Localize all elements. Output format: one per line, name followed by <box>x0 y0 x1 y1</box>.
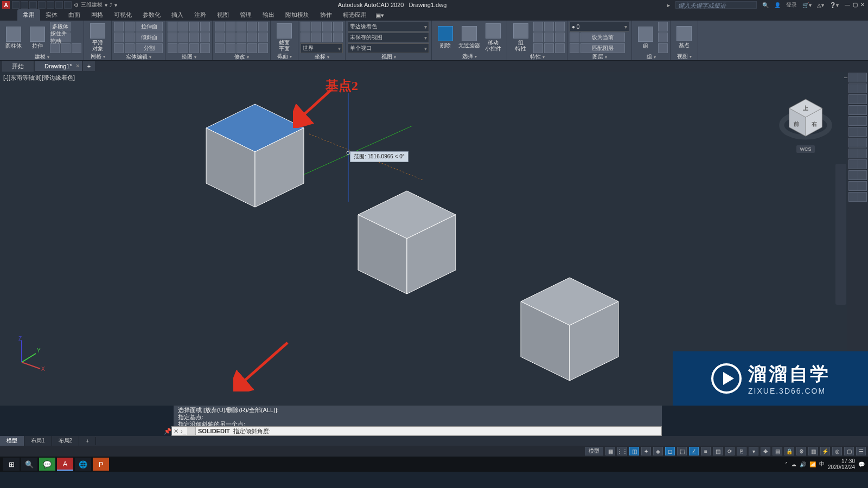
stretch-icon[interactable] <box>247 33 257 42</box>
status-3dosnap-icon[interactable]: ⬚ <box>677 447 687 455</box>
share-icon[interactable]: ⤴ <box>110 2 112 8</box>
panel-draw-label[interactable]: 绘图 <box>168 53 210 61</box>
tray-ime-icon[interactable]: 中 <box>819 460 825 468</box>
ucs-icon-4[interactable] <box>333 22 343 31</box>
palette-row[interactable] <box>848 94 867 104</box>
tab-visualize[interactable]: 可视化 <box>108 9 137 21</box>
tab-solid[interactable]: 实体 <box>40 9 63 21</box>
status-polar-icon[interactable]: ✦ <box>641 447 651 455</box>
tab-layout2[interactable]: 布局2 <box>52 436 80 446</box>
group-props-button[interactable]: 组 特性 <box>509 22 532 53</box>
tab-featured[interactable]: 精选应用 <box>337 9 372 21</box>
cube-3[interactable] <box>510 267 629 386</box>
status-snap-icon[interactable]: ⋮⋮ <box>617 447 627 455</box>
palette-row[interactable] <box>848 84 867 93</box>
workspace-dropdown[interactable]: 三维建模 <box>81 1 103 9</box>
separate-button[interactable]: 分割 <box>136 43 163 53</box>
start-button[interactable]: ⊞ <box>3 458 20 471</box>
helix-icon[interactable] <box>189 43 199 53</box>
close-icon[interactable]: ✕ <box>859 2 866 8</box>
break-icon[interactable] <box>258 43 268 53</box>
cmd-pin-icon[interactable]: 📌 <box>164 428 171 435</box>
palette-row[interactable] <box>848 116 867 126</box>
taper-face-button[interactable]: 倾斜面 <box>136 33 163 42</box>
fillet-icon[interactable] <box>237 33 246 42</box>
rect-icon[interactable] <box>168 33 177 42</box>
info-icon[interactable]: ▸ <box>667 2 670 8</box>
spline-icon[interactable] <box>178 33 188 42</box>
qat-plot-icon[interactable] <box>47 1 54 9</box>
status-ortho-icon[interactable]: ◫ <box>629 447 639 455</box>
tab-output[interactable]: 输出 <box>257 9 280 21</box>
help-icon[interactable]: ❔▾ <box>829 2 839 8</box>
panel-mesh-label[interactable]: 网格 <box>86 53 109 60</box>
circle-icon[interactable] <box>189 22 199 31</box>
status-monitor-icon[interactable]: ▥ <box>808 447 818 455</box>
polyline-icon[interactable] <box>178 22 188 31</box>
tab-home[interactable]: 常用 <box>17 9 40 21</box>
prop-icon-1[interactable] <box>533 22 543 31</box>
panel-modeling-label[interactable]: 建模 <box>2 53 81 61</box>
status-osnap-icon[interactable]: ◻ <box>665 447 675 455</box>
intersect-icon[interactable] <box>72 43 81 53</box>
viewport-combo[interactable]: 单个视口 <box>348 43 429 53</box>
palette-row[interactable] <box>848 170 867 180</box>
user-icon[interactable]: 👤 <box>774 2 781 8</box>
copy-icon[interactable] <box>215 33 225 42</box>
qat-save-icon[interactable] <box>29 1 37 9</box>
status-lw-icon[interactable]: ≡ <box>701 447 711 455</box>
solidedit-icon-6[interactable] <box>125 43 135 53</box>
status-iso-icon[interactable]: ◈ <box>653 447 663 455</box>
hatch-icon[interactable] <box>200 33 210 42</box>
ucs-icon-5[interactable] <box>301 33 310 42</box>
ucs-icon-1[interactable] <box>301 22 310 31</box>
panel-modify-label[interactable]: 修改 <box>215 53 268 61</box>
move-icon[interactable] <box>215 22 225 31</box>
status-workspace-icon[interactable]: ⚙ <box>796 447 806 455</box>
rotate-icon[interactable] <box>226 22 235 31</box>
tab-collaborate[interactable]: 协作 <box>315 9 337 21</box>
extrude-button[interactable]: 拉伸 <box>26 22 49 53</box>
restore-icon[interactable]: ▢ <box>852 2 858 8</box>
palette-row[interactable] <box>848 181 867 191</box>
task-wechat-icon[interactable]: 💬 <box>39 458 55 471</box>
status-transparency-icon[interactable]: ▨ <box>713 447 723 455</box>
status-otrack-icon[interactable]: ∠ <box>689 447 699 455</box>
explode-icon[interactable] <box>226 43 235 53</box>
solidedit-icon-3[interactable] <box>114 33 124 42</box>
qat-saveas-icon[interactable] <box>38 1 46 9</box>
command-history[interactable]: 选择面或 [放弃(U)/删除(R)/全部(ALL)]: 指定基点: 指定沿倾斜轴… <box>174 406 662 426</box>
tab-marker-icon[interactable]: ▣▾ <box>372 10 387 21</box>
prop-icon-6[interactable] <box>555 33 565 42</box>
task-chrome-icon[interactable]: 🌐 <box>75 458 91 471</box>
panel-solidedit-label[interactable]: 实体编辑 <box>114 53 163 61</box>
solidedit-icon-4[interactable] <box>125 33 135 42</box>
qat-redo-icon[interactable] <box>64 1 72 9</box>
doctab-close-icon[interactable]: ✕ <box>75 63 80 69</box>
status-gizmo-icon[interactable]: ✥ <box>761 447 770 455</box>
solidedit-icon-2[interactable] <box>125 22 135 31</box>
tray-notification-icon[interactable]: 💬 <box>858 461 865 467</box>
command-line[interactable]: ✕ ›_ SOLIDEDIT 指定倾斜角度: <box>171 426 662 436</box>
gizmo-button[interactable]: 移动 小控件 <box>482 22 505 53</box>
ucs-icon-7[interactable] <box>322 33 332 42</box>
ucs-icon-3[interactable] <box>322 22 332 31</box>
status-model-button[interactable]: 模型 <box>585 447 603 455</box>
donut-icon[interactable] <box>200 43 210 53</box>
tab-parametric[interactable]: 参数化 <box>137 9 166 21</box>
scale-icon[interactable] <box>247 22 257 31</box>
status-annovis-icon[interactable]: 🔒 <box>784 447 794 455</box>
tab-annotate[interactable]: 注释 <box>189 9 212 21</box>
tab-mesh[interactable]: 网格 <box>86 9 108 21</box>
chamfer-icon[interactable] <box>237 43 246 53</box>
ucs-icon-8[interactable] <box>333 33 343 42</box>
solidedit-icon-1[interactable] <box>114 22 124 31</box>
tab-view[interactable]: 视图 <box>212 9 234 21</box>
offset-icon[interactable] <box>258 33 268 42</box>
ucs-combo[interactable]: 世界 <box>301 43 343 53</box>
group-button[interactable]: 组 <box>634 22 657 53</box>
palette-row[interactable] <box>848 73 867 82</box>
point-icon[interactable] <box>168 43 177 53</box>
tab-layout1[interactable]: 布局1 <box>24 436 52 446</box>
tab-model[interactable]: 模型 <box>0 436 24 446</box>
